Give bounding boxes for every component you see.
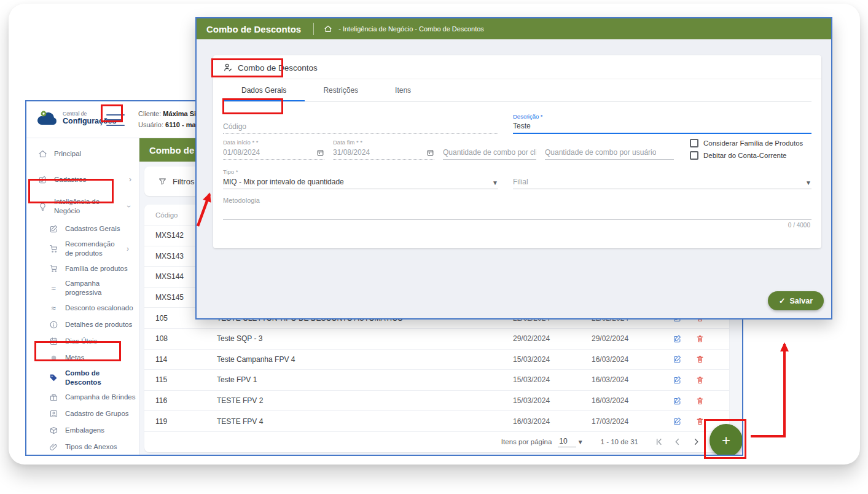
lightbulb-icon [37, 202, 47, 211]
cloud-gear-logo-icon [35, 109, 58, 127]
table-row: 119 TESTE FPV 4 16/03/2024 17/03/2024 [144, 411, 729, 432]
combo-descontos-modal: Combo de Descontos - Inteligência de Neg… [195, 17, 832, 320]
sidebar-item-embalagens[interactable]: Embalagens [26, 422, 139, 439]
tab-itens[interactable]: Itens [377, 79, 429, 101]
trash-icon[interactable] [695, 417, 705, 426]
trash-icon[interactable] [695, 334, 705, 343]
data-inicio-value: 01/08/2024 [223, 148, 260, 157]
char-counter: 0 / 4000 [223, 220, 811, 229]
qtd-usuario-placeholder: Quantidade de combo por usuário [545, 148, 656, 157]
check-icon: ✓ [779, 296, 785, 305]
first-page-icon[interactable] [653, 436, 665, 448]
metodologia-field[interactable]: Metodologia 0 / 4000 [223, 197, 811, 229]
sidebar-item-cadastros-gerais[interactable]: Cadastros Gerais [26, 221, 139, 237]
edit-icon[interactable] [673, 396, 682, 406]
items-per-page-label: Itens por página [501, 438, 552, 445]
tipo-value: MIQ - Mix por intevalo de quantidade [223, 178, 344, 186]
trash-icon[interactable] [695, 375, 705, 385]
caret-down-icon: ▼ [805, 179, 811, 186]
gift-icon [49, 393, 58, 402]
calendar-icon[interactable] [316, 149, 324, 157]
section-title: Combo de Descontos [238, 63, 318, 73]
sidebar-item-campanha-de-brindes[interactable]: Campanha de Brindes [26, 389, 139, 406]
sidebar-item-familia-de-produtos[interactable]: Família de produtos [26, 260, 139, 276]
data-fim-value: 31/08/2024 [333, 148, 370, 157]
sidebar-item-campanha-progressiva[interactable]: ≈ Campanha progressiva [26, 276, 139, 299]
sidebar-item-detalhes-de-produtos[interactable]: Detalhes de produtos [26, 316, 139, 333]
codigo-placeholder: Código [223, 122, 246, 131]
save-label: Salvar [789, 297, 813, 305]
sidebar-item-metas[interactable]: Metas [26, 350, 139, 366]
add-combo-button[interactable]: + [710, 424, 743, 456]
home-icon[interactable] [324, 25, 332, 33]
sidebar: Principal Cadastros › Inteligência de Ne… [26, 138, 139, 456]
package-icon [49, 426, 58, 435]
sidebar-item-recomendacao-de-produtos[interactable]: Recomendação de produtos › [26, 237, 139, 260]
filial-select[interactable]: Filial▼ [513, 168, 811, 189]
breadcrumb: - Inteligência de Negócio - Combo de Des… [338, 25, 484, 33]
tab-dados-gerais[interactable]: Dados Gerais [223, 79, 305, 101]
edit-icon[interactable] [673, 375, 682, 385]
sidebar-item-cadastros[interactable]: Cadastros › [26, 167, 139, 192]
check-considerar-familia[interactable]: Considerar Família de Produtos [690, 139, 811, 147]
tipo-label: Tipo * [223, 168, 498, 176]
checkbox-icon[interactable] [690, 139, 698, 147]
sidebar-item-combo-de-descontos[interactable]: Combo de Descontos [26, 366, 139, 389]
next-page-icon[interactable] [690, 436, 702, 448]
save-button[interactable]: ✓ Salvar [768, 291, 824, 310]
plus-icon: + [722, 432, 730, 449]
filial-placeholder: Filial [513, 178, 528, 186]
qtd-combo-usuario-field[interactable]: Quantidade de combo por usuário [545, 139, 674, 160]
chevron-right-icon: › [129, 175, 139, 184]
home-icon [37, 149, 47, 159]
trash-icon[interactable] [695, 396, 705, 406]
section-header: Combo de Descontos [213, 55, 821, 79]
tab-restricoes[interactable]: Restrições [305, 79, 377, 101]
codigo-field[interactable]: Código [223, 113, 498, 134]
chevron-down-icon: › [125, 205, 133, 208]
check-debitar-conta-corrente[interactable]: Debitar do Conta-Corrente [690, 151, 811, 160]
checkbox-icon[interactable] [690, 151, 698, 160]
sidebar-item-cadastro-de-grupos[interactable]: Cadastro de Grupos [26, 406, 139, 422]
screenshot-canvas: Central de Configurações Cliente: Máxima… [0, 0, 868, 494]
qtd-cliente-placeholder: Quantidade de combo por clien... [443, 148, 536, 157]
waves-icon: ≈ [49, 304, 58, 313]
sidebar-item-dias-uteis[interactable]: Dias Úteis [26, 333, 139, 350]
check1-label: Considerar Família de Produtos [703, 139, 803, 147]
sidebar-item-inteligencia-de-negocio[interactable]: Inteligência de Negócio › [26, 192, 139, 221]
data-fim-field[interactable]: Data fim * * 31/08/2024 [333, 139, 434, 160]
modal-header: Combo de Descontos - Inteligência de Neg… [197, 18, 831, 39]
person-edit-icon [223, 63, 233, 73]
sidebar-item-tipos-de-anexos[interactable]: Tipos de Anexos [26, 439, 139, 455]
pagination: Itens por página 10 ▼ 1 - 10 de 31 [144, 432, 729, 452]
metodologia-label: Metodologia [223, 197, 811, 204]
group-icon [49, 409, 58, 418]
items-per-page-select[interactable]: 10 [558, 437, 576, 447]
cart-icon [49, 244, 58, 253]
header-divider [313, 23, 314, 35]
sidebar-item-desconto-escalonado[interactable]: ≈ Desconto escalonado [26, 300, 139, 316]
edit-icon[interactable] [673, 355, 682, 364]
calendar-icon[interactable] [426, 149, 434, 157]
edit-icon[interactable] [673, 417, 682, 426]
sidebar-item-restricoes[interactable]: Restrições › [26, 455, 139, 456]
data-inicio-field[interactable]: Data início * * 01/08/2024 [223, 139, 324, 160]
edit-icon[interactable] [673, 334, 682, 343]
prev-page-icon[interactable] [671, 436, 684, 448]
cart-icon [49, 264, 58, 273]
trash-icon[interactable] [695, 355, 705, 364]
paperclip-icon [49, 442, 58, 452]
info-icon [49, 320, 58, 329]
qtd-combo-cliente-field[interactable]: Quantidade de combo por clien... [443, 139, 536, 160]
sidebar-item-principal[interactable]: Principal [26, 141, 139, 167]
table-row: 114 Teste Campanha FPV 4 15/03/2024 16/0… [144, 350, 729, 370]
table-row: 116 TESTE FPV 2 15/03/2024 16/03/2024 [144, 391, 729, 412]
dot-icon [49, 353, 58, 363]
descricao-field[interactable]: Descrição * Teste [513, 113, 811, 134]
combo-form-card: Combo de Descontos Dados Gerais Restriçõ… [213, 55, 821, 248]
pencil-square-icon [49, 224, 58, 233]
hamburger-icon[interactable] [106, 114, 125, 126]
tipo-select[interactable]: Tipo * MIQ - Mix por intevalo de quantid… [223, 168, 498, 189]
pencil-square-icon [37, 175, 47, 184]
usuario-label: Usuário: [138, 121, 163, 128]
